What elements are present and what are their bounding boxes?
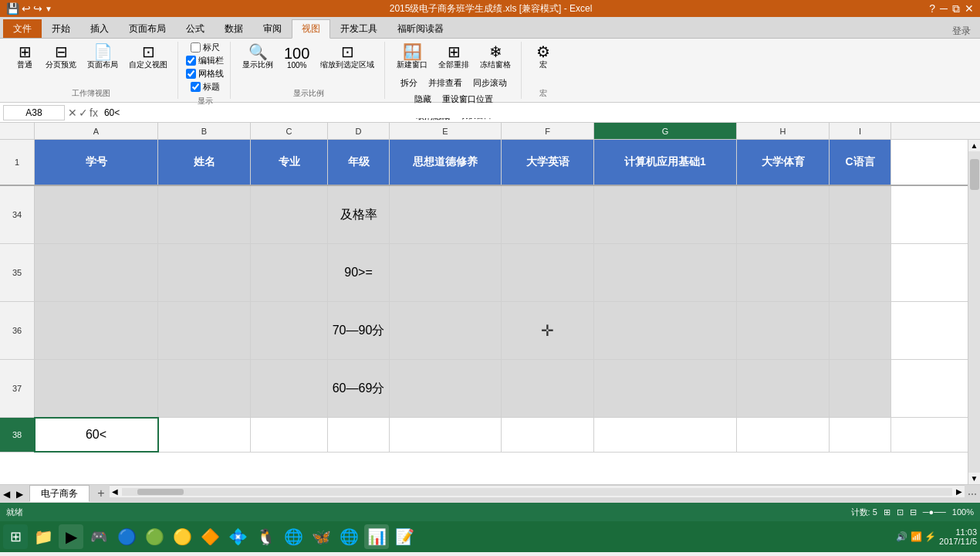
cell-b36[interactable] bbox=[158, 302, 251, 359]
cancel-formula-icon[interactable]: ✕ bbox=[68, 107, 77, 119]
cell-d36[interactable]: 70—90分 bbox=[328, 302, 390, 359]
ruler-checkbox-label[interactable]: 标尺 bbox=[191, 42, 220, 53]
cell-b38[interactable] bbox=[158, 418, 251, 452]
cell-d34[interactable]: 及格率 bbox=[328, 186, 390, 243]
row-header-1[interactable]: 1 bbox=[0, 140, 35, 185]
page-break-view-button[interactable]: ⊟ 分页预览 bbox=[42, 42, 80, 73]
cell-d35[interactable]: 90>= bbox=[328, 244, 390, 301]
cell-c1[interactable]: 专业 bbox=[251, 140, 328, 185]
taskbar-explorer[interactable]: 📁 bbox=[31, 524, 56, 549]
help-icon[interactable]: ? bbox=[929, 2, 935, 15]
cell-b34[interactable] bbox=[158, 186, 251, 243]
scroll-track[interactable] bbox=[968, 151, 980, 473]
taskbar-excel[interactable]: 📊 bbox=[364, 524, 389, 549]
login-button[interactable]: 登录 bbox=[946, 25, 977, 38]
cell-g36[interactable] bbox=[594, 302, 737, 359]
cell-e36[interactable] bbox=[390, 302, 502, 359]
reset-window-button[interactable]: 重设窗口位置 bbox=[438, 92, 497, 107]
taskbar-chrome2[interactable]: 🌐 bbox=[336, 524, 361, 549]
insert-function-icon[interactable]: fx bbox=[90, 107, 98, 119]
page-layout-status-icon[interactable]: ⊡ bbox=[897, 507, 904, 517]
cell-b35[interactable] bbox=[158, 244, 251, 301]
close-icon[interactable]: ✕ bbox=[965, 2, 974, 15]
taskbar-chrome1[interactable]: 🌐 bbox=[281, 524, 306, 549]
cell-f38[interactable] bbox=[502, 418, 594, 452]
tab-view[interactable]: 视图 bbox=[292, 19, 330, 39]
formula-bar-checkbox-label[interactable]: 编辑栏 bbox=[186, 55, 224, 66]
h-scroll-track[interactable] bbox=[122, 488, 952, 496]
row-header-35[interactable]: 35 bbox=[0, 244, 35, 301]
zoom-selection-button[interactable]: ⊡ 缩放到选定区域 bbox=[316, 42, 378, 73]
cell-e34[interactable] bbox=[390, 186, 502, 243]
tab-foxit[interactable]: 福昕阅读器 bbox=[387, 19, 454, 38]
page-break-status-icon[interactable]: ⊟ bbox=[910, 507, 917, 517]
tab-data[interactable]: 数据 bbox=[215, 19, 253, 38]
cell-c38[interactable] bbox=[251, 418, 328, 452]
h-scroll-thumb[interactable] bbox=[137, 489, 184, 495]
tab-page-layout[interactable]: 页面布局 bbox=[119, 19, 176, 38]
cell-c34[interactable] bbox=[251, 186, 328, 243]
taskbar-penguin[interactable]: 🐧 bbox=[253, 524, 278, 549]
cell-e1[interactable]: 思想道德修养 bbox=[390, 140, 502, 185]
cell-a34[interactable] bbox=[35, 186, 158, 243]
taskbar-app7[interactable]: 🔶 bbox=[198, 524, 222, 549]
row-header-36[interactable]: 36 bbox=[0, 302, 35, 359]
taskbar-app6[interactable]: 🟡 bbox=[170, 524, 194, 549]
save-icon[interactable]: 💾 bbox=[6, 2, 19, 15]
arrange-all-button[interactable]: ⊞ 全部重排 bbox=[434, 42, 473, 73]
horizontal-scrollbar[interactable]: ◀ ▶ bbox=[110, 485, 965, 497]
customize-quick-access-icon[interactable]: ▼ bbox=[45, 5, 52, 13]
macro-button[interactable]: ⚙ 宏 bbox=[529, 42, 557, 73]
confirm-formula-icon[interactable]: ✓ bbox=[79, 107, 88, 119]
undo-icon[interactable]: ↩ bbox=[22, 2, 31, 15]
add-sheet-button[interactable]: + bbox=[93, 485, 110, 502]
restore-icon[interactable]: ⧉ bbox=[952, 2, 960, 15]
cell-f1[interactable]: 大学英语 bbox=[502, 140, 594, 185]
cell-i38[interactable] bbox=[830, 418, 891, 452]
tab-home[interactable]: 开始 bbox=[42, 19, 80, 38]
redo-icon[interactable]: ↪ bbox=[33, 2, 42, 15]
cell-h34[interactable] bbox=[737, 186, 830, 243]
cell-i36[interactable] bbox=[830, 302, 891, 359]
tab-review[interactable]: 审阅 bbox=[253, 19, 292, 38]
row-header-37[interactable]: 37 bbox=[0, 360, 35, 417]
cell-a37[interactable] bbox=[35, 360, 158, 417]
row-header-34[interactable]: 34 bbox=[0, 186, 35, 243]
sheet-scroll-right[interactable]: ▶ bbox=[13, 489, 26, 500]
gridlines-checkbox[interactable] bbox=[186, 69, 196, 79]
col-header-h[interactable]: H bbox=[737, 123, 830, 139]
cell-h1[interactable]: 大学体育 bbox=[737, 140, 830, 185]
page-layout-view-button[interactable]: 📄 页面布局 bbox=[83, 42, 122, 73]
cell-f36[interactable]: ✛ bbox=[502, 302, 594, 359]
cell-h35[interactable] bbox=[737, 244, 830, 301]
taskbar-app5[interactable]: 🟢 bbox=[142, 524, 167, 549]
cell-i35[interactable] bbox=[830, 244, 891, 301]
headings-checkbox-label[interactable]: 标题 bbox=[191, 81, 220, 93]
start-button[interactable]: ⊞ bbox=[3, 524, 28, 549]
zoom-button[interactable]: 🔍 显示比例 bbox=[238, 42, 277, 73]
col-header-d[interactable]: D bbox=[328, 123, 390, 139]
row-header-38[interactable]: 38 bbox=[0, 418, 35, 452]
freeze-panes-button[interactable]: ❄ 冻结窗格 bbox=[476, 42, 515, 73]
headings-checkbox[interactable] bbox=[191, 82, 201, 92]
cell-c35[interactable] bbox=[251, 244, 328, 301]
cell-f35[interactable] bbox=[502, 244, 594, 301]
cell-d37[interactable]: 60—69分 bbox=[328, 360, 390, 417]
gridlines-checkbox-label[interactable]: 网格线 bbox=[186, 68, 224, 80]
col-header-e[interactable]: E bbox=[390, 123, 502, 139]
col-header-c[interactable]: C bbox=[251, 123, 328, 139]
taskbar-app4[interactable]: 🔵 bbox=[114, 524, 139, 549]
cell-i37[interactable] bbox=[830, 360, 891, 417]
zoom-slider[interactable]: ─●── bbox=[923, 507, 946, 517]
taskbar-app8[interactable]: 💠 bbox=[225, 524, 250, 549]
taskbar-app3[interactable]: 🎮 bbox=[86, 524, 111, 549]
cell-e38[interactable] bbox=[390, 418, 502, 452]
custom-view-button[interactable]: ⊡ 自定义视图 bbox=[125, 42, 171, 73]
name-box[interactable] bbox=[3, 105, 65, 120]
cell-g1[interactable]: 计算机应用基础1 bbox=[594, 140, 737, 185]
taskbar-media[interactable]: ▶ bbox=[59, 524, 83, 549]
cell-d1[interactable]: 年级 bbox=[328, 140, 390, 185]
cell-a35[interactable] bbox=[35, 244, 158, 301]
scroll-thumb[interactable] bbox=[970, 159, 979, 190]
zoom-100-button[interactable]: 100 100% bbox=[280, 43, 313, 72]
